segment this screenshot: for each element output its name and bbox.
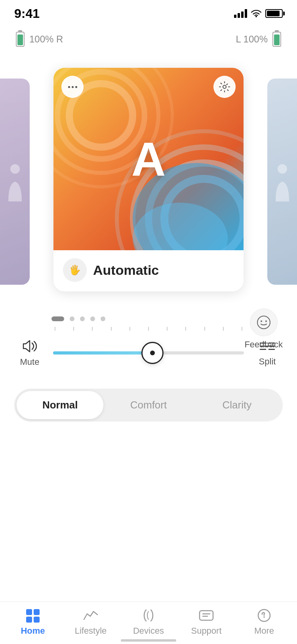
home-icon <box>25 608 40 623</box>
svg-point-13 <box>257 316 270 329</box>
battery-right-icon <box>16 32 25 47</box>
signal-icon <box>234 9 247 18</box>
nav-home[interactable]: Home <box>11 608 55 636</box>
support-icon <box>199 608 214 623</box>
nav-home-label: Home <box>21 626 45 636</box>
settings-button[interactable] <box>213 76 236 98</box>
nav-lifestyle-label: Lifestyle <box>75 626 107 636</box>
pagination-dot-3[interactable] <box>80 316 85 321</box>
battery-left-label: L 100% <box>236 34 268 45</box>
device-battery-row: 100% R L 100% <box>0 24 297 55</box>
sound-mode-comfort[interactable]: Comfort <box>105 391 192 419</box>
thumb-dot <box>150 351 155 355</box>
svg-rect-25 <box>200 611 213 620</box>
volume-icon <box>21 339 38 354</box>
slider-ticks <box>53 327 244 331</box>
svg-point-11 <box>223 85 226 88</box>
sound-mode-row: Normal Comfort Clarity <box>14 389 283 422</box>
more-icon <box>257 608 272 623</box>
smiley-icon <box>257 315 271 330</box>
svg-point-15 <box>265 320 267 322</box>
sound-mode-comfort-label: Comfort <box>130 399 167 411</box>
battery-status-icon <box>265 9 283 18</box>
sound-mode-clarity-label: Clarity <box>222 399 251 411</box>
card-label-row: 🖐 Automatic <box>53 250 244 291</box>
svg-rect-22 <box>34 609 40 615</box>
program-name-label: Automatic <box>93 263 159 278</box>
nav-support[interactable]: Support <box>185 608 228 636</box>
pagination-dot-2[interactable] <box>70 316 74 321</box>
program-icon-circle: 🖐 <box>63 258 87 282</box>
wifi-icon <box>251 10 261 17</box>
status-icons <box>234 9 283 18</box>
devices-icon <box>141 608 156 623</box>
side-card-right[interactable] <box>267 79 297 285</box>
svg-point-27 <box>263 616 265 618</box>
feedback-label: Feedback <box>244 339 283 350</box>
card-image-area: A <box>53 68 244 250</box>
nav-more[interactable]: More <box>242 608 286 636</box>
feedback-icon-circle <box>250 309 278 336</box>
svg-point-12 <box>278 164 287 174</box>
nav-devices-label: Devices <box>133 626 164 636</box>
main-program-card: A 🖐 Automatic <box>53 68 244 291</box>
svg-point-14 <box>261 320 262 322</box>
battery-right: 100% R <box>16 32 63 47</box>
battery-right-label: 100% R <box>29 34 63 45</box>
card-carousel: A 🖐 Automatic <box>0 55 297 309</box>
pagination-dot-1[interactable] <box>51 316 64 321</box>
svg-rect-21 <box>26 609 32 615</box>
slider-fill <box>53 351 152 355</box>
pagination-dot-4[interactable] <box>90 316 95 321</box>
bottom-nav: Home Lifestyle Devices Support More <box>0 602 297 644</box>
sound-mode-container: Normal Comfort Clarity <box>0 381 297 437</box>
feedback-button[interactable]: Feedback <box>244 309 283 350</box>
nav-support-label: Support <box>191 626 221 636</box>
pagination-feedback-row: Feedback <box>0 312 297 325</box>
svg-rect-23 <box>26 617 32 623</box>
more-options-button[interactable] <box>61 76 84 98</box>
slider-thumb[interactable] <box>141 342 164 364</box>
svg-rect-24 <box>34 617 40 623</box>
sound-mode-normal[interactable]: Normal <box>17 391 103 419</box>
mute-button[interactable]: Mute <box>16 339 44 367</box>
mute-label: Mute <box>20 357 40 367</box>
nav-devices[interactable]: Devices <box>127 608 170 636</box>
pagination-dot-5[interactable] <box>101 316 105 321</box>
status-time: 9:41 <box>14 6 40 21</box>
battery-left: L 100% <box>236 32 281 47</box>
home-indicator <box>121 639 176 642</box>
nav-more-label: More <box>254 626 274 636</box>
program-letter-text: A <box>131 132 166 186</box>
volume-slider[interactable] <box>53 337 244 369</box>
nav-lifestyle[interactable]: Lifestyle <box>69 608 112 636</box>
sound-mode-normal-label: Normal <box>42 399 78 411</box>
sound-mode-clarity[interactable]: Clarity <box>194 391 280 419</box>
svg-point-0 <box>10 164 20 174</box>
status-bar: 9:41 <box>0 0 297 24</box>
program-hand-icon: 🖐 <box>69 264 81 276</box>
settings-icon <box>219 81 230 93</box>
side-card-left[interactable] <box>0 79 30 285</box>
lifestyle-icon <box>83 608 98 623</box>
battery-left-icon <box>272 32 281 47</box>
split-label: Split <box>259 356 276 367</box>
program-letter: A <box>53 68 244 250</box>
